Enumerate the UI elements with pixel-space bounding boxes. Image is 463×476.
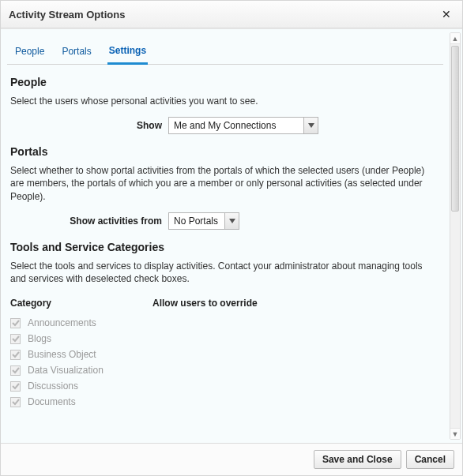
category-checkbox-wrap: [10, 397, 28, 407]
people-show-value: Me and My Connections: [169, 118, 303, 133]
dialog-footer: Save and Close Cancel: [1, 443, 462, 475]
category-row: Documents: [10, 394, 440, 410]
category-label: Data Visualization: [28, 365, 104, 376]
section-tools-title: Tools and Service Categories: [10, 241, 440, 253]
category-checkbox-wrap: [10, 365, 28, 376]
scroll-down-arrow-icon[interactable]: ▼: [450, 428, 460, 439]
category-checkbox: [10, 397, 21, 407]
category-row: Discussions: [10, 378, 440, 394]
category-checkbox: [10, 318, 21, 328]
save-and-close-button[interactable]: Save and Close: [314, 450, 401, 469]
settings-content: People Select the users whose personal a…: [7, 76, 443, 410]
cancel-button[interactable]: Cancel: [406, 450, 454, 469]
section-portals-desc: Select whether to show portal activities…: [10, 164, 440, 203]
col-override: Allow users to override: [152, 298, 258, 309]
category-checkbox-wrap: [10, 318, 28, 328]
category-list: AnnouncementsBlogsBusiness ObjectData Vi…: [10, 315, 440, 410]
tab-bar: People Portals Settings: [7, 37, 443, 65]
category-label: Discussions: [28, 380, 78, 392]
portals-from-row: Show activities from No Portals: [10, 212, 440, 230]
scrollbar-thumb[interactable]: [451, 46, 459, 212]
scroll-up-arrow-icon[interactable]: ▲: [450, 33, 460, 44]
portals-from-value: No Portals: [169, 213, 224, 229]
category-checkbox-wrap: [10, 334, 28, 344]
category-label: Announcements: [28, 317, 96, 328]
category-checkbox: [10, 334, 21, 344]
tab-people[interactable]: People: [13, 40, 46, 64]
category-checkbox-wrap: [10, 350, 28, 360]
tab-settings[interactable]: Settings: [107, 40, 148, 65]
dialog-body: People Portals Settings People Select th…: [1, 29, 450, 443]
activity-stream-options-dialog: Activity Stream Options ✕ People Portals…: [0, 0, 463, 476]
category-row: Business Object: [10, 347, 440, 362]
portals-from-label: Show activities from: [10, 216, 168, 227]
category-row: Data Visualization: [10, 362, 440, 378]
section-people-title: People: [10, 76, 440, 88]
people-show-select[interactable]: Me and My Connections: [168, 117, 318, 134]
dialog-body-wrap: People Portals Settings People Select th…: [1, 28, 462, 443]
category-checkbox-wrap: [10, 381, 28, 392]
close-icon: ✕: [442, 8, 451, 21]
category-checkbox: [10, 381, 21, 392]
category-label: Business Object: [28, 349, 96, 360]
category-row: Blogs: [10, 331, 440, 347]
section-people-desc: Select the users whose personal activiti…: [10, 95, 440, 107]
category-row: Announcements: [10, 315, 440, 331]
col-category: Category: [10, 298, 152, 309]
category-checkbox: [10, 350, 21, 360]
portals-from-select[interactable]: No Portals: [168, 212, 239, 230]
dialog-header: Activity Stream Options ✕: [1, 1, 462, 28]
category-label: Blogs: [28, 333, 51, 344]
vertical-scrollbar[interactable]: ▲ ▼: [450, 32, 461, 440]
section-tools-desc: Select the tools and services to display…: [10, 260, 440, 285]
people-show-label: Show: [10, 120, 168, 131]
category-head-row: Category Allow users to override: [10, 294, 440, 315]
tab-portals[interactable]: Portals: [60, 40, 92, 64]
category-label: Documents: [28, 396, 76, 407]
chevron-down-icon[interactable]: [303, 118, 318, 133]
category-checkbox: [10, 365, 21, 376]
dialog-title: Activity Stream Options: [9, 9, 125, 21]
chevron-down-icon[interactable]: [224, 213, 239, 229]
section-portals-title: Portals: [10, 145, 440, 158]
people-show-row: Show Me and My Connections: [10, 117, 440, 134]
dialog-close-button[interactable]: ✕: [439, 7, 454, 21]
